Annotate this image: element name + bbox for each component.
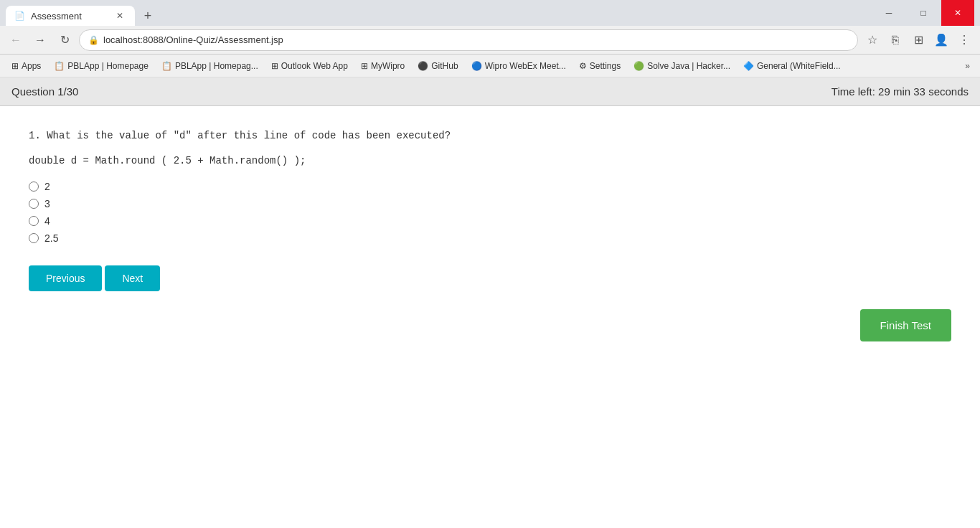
url-bar[interactable]: 🔒 localhost:8088/Online-Quiz/Assessment.… bbox=[79, 29, 858, 51]
bookmarks-bar: ⊞ Apps 📋 PBLApp | Homepage 📋 PBLApp | Ho… bbox=[0, 55, 980, 77]
bookmark-outlook-label: Outlook Web App bbox=[281, 61, 348, 71]
webex-icon: 🔵 bbox=[471, 61, 482, 71]
bookmark-general-label: General (WhiteField... bbox=[757, 61, 841, 71]
refresh-button[interactable]: ↻ bbox=[55, 30, 75, 50]
url-text: localhost:8088/Online-Quiz/Assessment.js… bbox=[103, 34, 283, 45]
lock-icon: 🔒 bbox=[88, 35, 99, 45]
bookmark-settings-label: Settings bbox=[590, 61, 621, 71]
close-button[interactable]: ✕ bbox=[941, 0, 974, 26]
bookmark-settings[interactable]: ⚙ Settings bbox=[573, 59, 626, 73]
bookmark-pblapp1-label: PBLApp | Homepage bbox=[67, 61, 149, 71]
outlook-icon: ⊞ bbox=[271, 61, 278, 71]
pblapp1-icon: 📋 bbox=[54, 61, 65, 71]
forward-button[interactable]: → bbox=[30, 30, 50, 50]
pblapp2-icon: 📋 bbox=[161, 61, 172, 71]
option-4[interactable]: 4 bbox=[29, 215, 951, 227]
timer-display: Time left: 29 min 33 seconds bbox=[831, 85, 969, 98]
bookmark-pblapp1[interactable]: 📋 PBLApp | Homepage bbox=[48, 59, 154, 73]
radio-option-2-5[interactable] bbox=[29, 233, 39, 243]
bookmark-hackerrank-label: Solve Java | Hacker... bbox=[647, 61, 730, 71]
hackerrank-icon: 🟢 bbox=[633, 61, 644, 71]
bookmark-apps[interactable]: ⊞ Apps bbox=[6, 59, 47, 73]
settings-icon: ⚙ bbox=[579, 61, 587, 71]
browser-tab[interactable]: 📄 Assessment ✕ bbox=[6, 6, 135, 26]
code-snippet: double d = Math.round ( 2.5 + Math.rando… bbox=[29, 155, 951, 166]
question-text: 1. What is the value of "d" after this l… bbox=[29, 128, 951, 143]
options-list: 2 3 4 2.5 bbox=[29, 181, 951, 244]
mywipro-icon: ⊞ bbox=[361, 61, 368, 71]
apps-grid-icon: ⊞ bbox=[11, 61, 19, 71]
option-2-5[interactable]: 2.5 bbox=[29, 232, 951, 244]
bookmark-webex[interactable]: 🔵 Wipro WebEx Meet... bbox=[466, 59, 572, 73]
toolbar-actions: ☆ ⎘ ⊞ 👤 ⋮ bbox=[862, 30, 974, 50]
bookmark-pblapp2-label: PBLApp | Homepag... bbox=[175, 61, 258, 71]
minimize-button[interactable]: ─ bbox=[872, 0, 905, 26]
tab-favicon: 📄 bbox=[14, 11, 25, 21]
option-3-label: 3 bbox=[44, 198, 50, 209]
radio-option-4[interactable] bbox=[29, 216, 39, 226]
github-icon: ⚫ bbox=[418, 61, 428, 71]
bookmark-star-icon[interactable]: ☆ bbox=[862, 30, 882, 50]
previous-button[interactable]: Previous bbox=[29, 265, 102, 291]
page-content: 1. What is the value of "d" after this l… bbox=[0, 106, 980, 528]
copy-icon[interactable]: ⎘ bbox=[885, 30, 905, 50]
windows-icon[interactable]: ⊞ bbox=[908, 30, 928, 50]
bookmark-hackerrank[interactable]: 🟢 Solve Java | Hacker... bbox=[628, 59, 736, 73]
option-2[interactable]: 2 bbox=[29, 181, 951, 192]
next-button[interactable]: Next bbox=[105, 265, 160, 291]
menu-icon[interactable]: ⋮ bbox=[954, 30, 974, 50]
title-bar: 📄 Assessment ✕ + ─ □ ✕ bbox=[0, 0, 980, 26]
finish-test-button[interactable]: Finish Test bbox=[860, 309, 951, 341]
radio-option-3[interactable] bbox=[29, 199, 39, 209]
option-2-5-label: 2.5 bbox=[44, 232, 58, 244]
bookmark-webex-label: Wipro WebEx Meet... bbox=[485, 61, 566, 71]
bookmark-github[interactable]: ⚫ GitHub bbox=[412, 59, 463, 73]
option-4-label: 4 bbox=[44, 215, 50, 227]
option-2-label: 2 bbox=[44, 181, 50, 192]
bookmark-mywipro[interactable]: ⊞ MyWipro bbox=[355, 59, 410, 73]
bookmark-mywipro-label: MyWipro bbox=[371, 61, 405, 71]
bookmark-general[interactable]: 🔷 General (WhiteField... bbox=[738, 59, 847, 73]
new-tab-button[interactable]: + bbox=[138, 6, 158, 26]
radio-option-2[interactable] bbox=[29, 182, 39, 192]
bookmarks-more-button[interactable]: » bbox=[961, 59, 974, 73]
general-icon: 🔷 bbox=[743, 61, 754, 71]
page-header: Question 1/30 Time left: 29 min 33 secon… bbox=[0, 77, 980, 106]
tab-close-button[interactable]: ✕ bbox=[113, 9, 126, 22]
address-bar: ← → ↻ 🔒 localhost:8088/Online-Quiz/Asses… bbox=[0, 26, 980, 55]
bookmark-apps-label: Apps bbox=[22, 61, 41, 71]
maximize-button[interactable]: □ bbox=[907, 0, 940, 26]
bookmark-outlook[interactable]: ⊞ Outlook Web App bbox=[265, 59, 354, 73]
profile-icon[interactable]: 👤 bbox=[931, 30, 951, 50]
back-button[interactable]: ← bbox=[6, 30, 26, 50]
bookmark-pblapp2[interactable]: 📋 PBLApp | Homepag... bbox=[156, 59, 264, 73]
window-controls: ─ □ ✕ bbox=[872, 0, 974, 26]
navigation-buttons: Previous Next bbox=[29, 265, 951, 291]
bookmark-github-label: GitHub bbox=[431, 61, 458, 71]
tab-title: Assessment bbox=[31, 11, 82, 22]
option-3[interactable]: 3 bbox=[29, 198, 951, 209]
question-counter: Question 1/30 bbox=[11, 85, 78, 98]
